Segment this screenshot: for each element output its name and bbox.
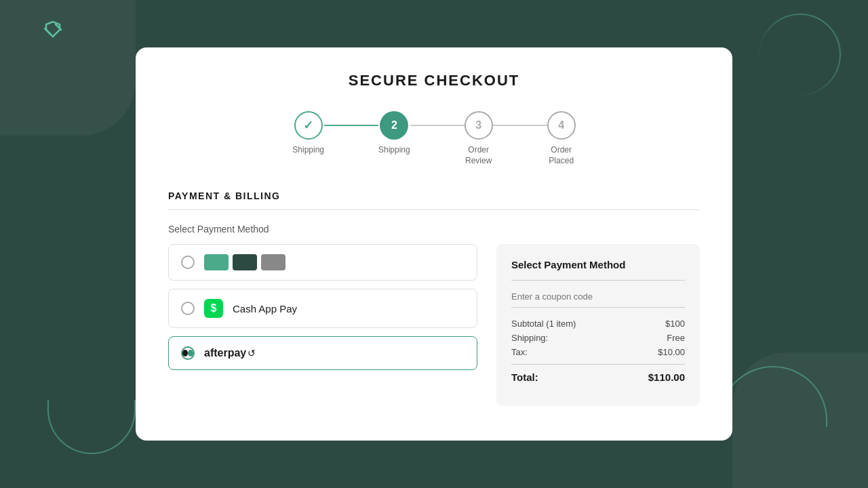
step-4: 4 OrderPlaced [547, 111, 576, 166]
step-3-label: OrderReview [465, 145, 492, 166]
step-4-number: 4 [558, 119, 564, 131]
tax-value: $10.00 [658, 347, 685, 357]
step-2-label: Shipping [378, 145, 410, 156]
cashapp-logo: $ [204, 299, 223, 318]
cashapp-label: Cash App Pay [233, 303, 297, 314]
step-1-label: Shipping [292, 145, 324, 156]
bg-curve-bottom-left [47, 400, 136, 454]
connector-3-4 [493, 125, 547, 126]
total-value: $110.00 [648, 371, 685, 383]
afterpay-logo: afterpay ↺ [204, 347, 256, 359]
bg-arc-top-right [760, 14, 841, 95]
radio-card[interactable] [181, 256, 195, 269]
bg-decoration-tl [0, 0, 136, 136]
afterpay-text: afterpay [204, 347, 246, 359]
total-label: Total: [511, 371, 538, 383]
order-summary-title: Select Payment Method [511, 259, 685, 270]
tax-label: Tax: [511, 347, 528, 357]
main-layout: $ Cash App Pay afterpay ↺ Select Payment… [168, 244, 700, 406]
connector-1-2 [324, 125, 378, 126]
order-summary-panel: Select Payment Method Subtotal (1 item) … [496, 244, 700, 406]
shipping-value: Free [667, 333, 685, 343]
subtotal-label: Subtotal (1 item) [511, 319, 576, 329]
select-payment-label: Select Payment Method [168, 224, 700, 235]
step-2: 2 Shipping [378, 111, 410, 156]
step-1: ✓ Shipping [292, 111, 324, 156]
radio-cashapp[interactable] [181, 302, 195, 315]
step-3: 3 OrderReview [465, 111, 493, 166]
coupon-input[interactable] [511, 291, 685, 308]
shipping-label: Shipping: [511, 333, 548, 343]
step-4-label: OrderPlaced [549, 145, 574, 166]
step-2-circle: 2 [380, 111, 408, 140]
payment-methods-list: $ Cash App Pay afterpay ↺ [168, 244, 477, 370]
page-title: SECURE CHECKOUT [168, 72, 700, 89]
payment-option-cashapp[interactable]: $ Cash App Pay [168, 289, 477, 328]
bg-curve-top-right [719, 366, 827, 427]
total-line: Total: $110.00 [511, 364, 685, 383]
step-1-check: ✓ [303, 118, 313, 133]
afterpay-arrows-icon: ↺ [248, 348, 256, 359]
card-icon-mc [233, 254, 257, 270]
card-icon-visa [204, 254, 229, 270]
order-summary-divider [511, 280, 685, 281]
subtotal-line: Subtotal (1 item) $100 [511, 319, 685, 329]
shipping-line: Shipping: Free [511, 333, 685, 343]
payment-option-afterpay[interactable]: afterpay ↺ [168, 336, 477, 370]
subtotal-value: $100 [665, 319, 685, 329]
step-3-circle: 3 [465, 111, 493, 140]
bg-decoration-br [732, 352, 868, 488]
section-divider [168, 209, 700, 210]
checkout-stepper: ✓ Shipping 2 Shipping 3 OrderReview 4 [168, 111, 700, 166]
card-icons [204, 254, 285, 270]
step-1-circle: ✓ [294, 111, 323, 140]
radio-afterpay-dot [182, 350, 188, 357]
connector-2-3 [410, 125, 465, 126]
section-title: PAYMENT & BILLING [168, 190, 700, 201]
tax-line: Tax: $10.00 [511, 347, 685, 357]
payment-option-card[interactable] [168, 244, 477, 281]
step-2-number: 2 [391, 119, 397, 131]
card-icon-amex [261, 254, 285, 270]
radio-afterpay[interactable] [181, 346, 195, 360]
logo-icon [41, 19, 65, 44]
step-3-number: 3 [475, 119, 481, 131]
step-4-circle: 4 [547, 111, 576, 140]
checkout-card: SECURE CHECKOUT ✓ Shipping 2 Shipping 3 … [136, 47, 732, 441]
